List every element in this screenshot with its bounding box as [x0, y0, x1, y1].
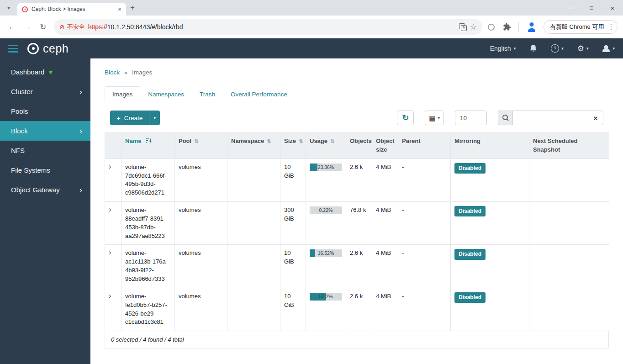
sidebar-item-label: NFS: [11, 147, 25, 154]
search-input[interactable]: [512, 111, 588, 125]
new-tab-button[interactable]: +: [126, 1, 139, 14]
tab-bar: Images Namespaces Trash Overall Performa…: [105, 86, 609, 102]
ceph-brand[interactable]: ceph: [27, 42, 69, 55]
col-header-usage[interactable]: Usage⇅: [306, 133, 346, 159]
cell-parent: -: [398, 158, 451, 201]
col-header-parent[interactable]: Parent: [398, 133, 451, 159]
user-icon: [602, 44, 610, 53]
help-dropdown[interactable]: ? ▾: [551, 44, 564, 53]
window-maximize-button[interactable]: □: [581, 0, 602, 16]
expand-row-icon[interactable]: ›: [109, 292, 111, 300]
sort-active-icon: [146, 138, 152, 143]
sidebar-item-label: Cluster: [11, 88, 33, 95]
col-header-next-scheduled-snapshot[interactable]: Next Scheduled Snapshot: [529, 133, 609, 159]
table-row[interactable]: › volume-fe1d0b57-b257-4526-be29-c1cabd1…: [105, 288, 609, 331]
cell-pool: volumes: [175, 202, 227, 245]
table-header-row: Name Pool⇅ Namespace⇅ Size⇅ Usage⇅ Objec…: [105, 133, 609, 159]
cell-next-snapshot: [529, 202, 609, 245]
language-label: English: [490, 45, 511, 52]
tab-overall-performance[interactable]: Overall Performance: [223, 86, 295, 102]
ceph-navbar: ceph English ▾ ? ▾ ⚙ ▾ ▾: [0, 38, 623, 58]
back-button[interactable]: ←: [5, 20, 19, 34]
sidebar-item-dashboard[interactable]: Dashboard ♥: [0, 62, 90, 82]
tab-close-icon[interactable]: ×: [118, 6, 121, 12]
user-dropdown[interactable]: ▾: [602, 44, 615, 53]
breadcrumb-block-link[interactable]: Block: [105, 69, 120, 76]
page-size-input[interactable]: [455, 111, 487, 125]
cell-object-size: 4 MiB: [372, 245, 398, 288]
window-close-button[interactable]: ×: [602, 0, 623, 16]
create-dropdown-button[interactable]: ▾: [149, 111, 160, 125]
cell-mirroring: Disabled: [451, 158, 529, 201]
forward-button[interactable]: →: [20, 20, 35, 34]
sidebar-item-object-gateway[interactable]: Object Gateway ›: [0, 180, 90, 200]
breadcrumb-separator: »: [124, 69, 128, 76]
bookmark-star-icon[interactable]: ☆: [470, 23, 477, 31]
cell-objects: 2.6 k: [346, 245, 372, 288]
tab-list-chevron-icon[interactable]: ▾: [3, 2, 15, 14]
window-minimize-button[interactable]: —: [560, 0, 581, 16]
col-header-size[interactable]: Size⇅: [280, 133, 306, 159]
notifications-bell-button[interactable]: [529, 44, 537, 53]
refresh-button[interactable]: ↻: [397, 111, 414, 125]
usage-bar: 50.2%: [310, 293, 342, 301]
clear-search-button[interactable]: ×: [588, 111, 603, 125]
table-row[interactable]: › volume-88eadff7-8391-453b-87db-aa297ae…: [105, 202, 609, 245]
browser-menu-icon[interactable]: ⋮: [607, 23, 614, 31]
sort-icon: ⇅: [299, 138, 303, 144]
sort-icon: ⇅: [194, 138, 198, 144]
cell-size: 300 GiB: [280, 202, 306, 245]
tab-namespaces[interactable]: Namespaces: [140, 86, 192, 102]
table-row[interactable]: › volume-7dc69dc1-666f-495b-9d3d-c98506d…: [105, 158, 609, 201]
cell-next-snapshot: [529, 245, 609, 288]
search-icon: [502, 115, 509, 121]
mirroring-status-badge: Disabled: [454, 292, 486, 303]
expand-row-icon[interactable]: ›: [109, 163, 111, 170]
col-header-name[interactable]: Name: [121, 133, 175, 159]
col-header-object-size[interactable]: Object size: [372, 133, 398, 159]
create-button[interactable]: + Create: [110, 111, 149, 125]
breadcrumb-current: Images: [132, 69, 152, 76]
cell-parent: -: [398, 288, 451, 331]
profile-avatar-icon[interactable]: [526, 21, 537, 32]
sidebar-item-pools[interactable]: Pools: [0, 101, 90, 121]
expand-column-header: [105, 133, 121, 159]
reload-button[interactable]: ↻: [36, 20, 50, 34]
col-header-pool[interactable]: Pool⇅: [175, 133, 227, 159]
expand-row-icon[interactable]: ›: [109, 206, 111, 213]
sidebar-item-file-systems[interactable]: File Systems: [0, 160, 90, 180]
sidebar-item-block[interactable]: Block ›: [0, 121, 90, 141]
browser-tab[interactable]: Ceph: Block > Images ×: [17, 3, 126, 16]
chrome-update-chip[interactable]: 有新版 Chrome 可用 ⋮: [544, 20, 618, 34]
hamburger-menu-icon[interactable]: [8, 45, 18, 53]
chevron-down-icon: ▾: [586, 47, 589, 51]
url-bar[interactable]: ⊘ 不安全 https://10.1.2.50:8443/#/block/rbd…: [54, 19, 482, 35]
language-dropdown[interactable]: English ▾: [490, 45, 516, 52]
usage-bar-label: 50.2%: [310, 293, 342, 301]
sidebar-item-label: Block: [11, 127, 28, 135]
sidebar-item-nfs[interactable]: NFS: [0, 141, 90, 160]
extensions-puzzle-icon[interactable]: [503, 23, 511, 31]
col-header-mirroring[interactable]: Mirroring: [451, 133, 529, 159]
col-header-namespace[interactable]: Namespace⇅: [227, 133, 280, 159]
column-toggle-button[interactable]: ▦ ▾: [425, 111, 444, 125]
tab-images[interactable]: Images: [105, 86, 140, 102]
col-header-objects[interactable]: Objects: [346, 133, 372, 159]
cell-object-size: 4 MiB: [372, 158, 398, 201]
settings-dropdown[interactable]: ⚙ ▾: [577, 45, 589, 53]
chevron-right-icon: ›: [79, 127, 82, 135]
sidebar: Dashboard ♥ Cluster › Pools Block › NFS …: [0, 58, 90, 364]
sidebar-item-cluster[interactable]: Cluster ›: [0, 82, 90, 101]
cell-name: volume-88eadff7-8391-453b-87db-aa297ae85…: [121, 202, 175, 245]
circle-icon[interactable]: [488, 24, 495, 31]
translate-icon[interactable]: [459, 23, 467, 31]
cell-name: volume-ac1c113b-176a-4b93-9f22-952b966d7…: [121, 245, 175, 288]
health-heart-icon: ♥: [48, 68, 53, 76]
tab-trash[interactable]: Trash: [192, 86, 223, 102]
table-row[interactable]: › volume-ac1c113b-176a-4b93-9f22-952b966…: [105, 245, 609, 288]
chevron-down-icon: ▾: [514, 47, 516, 51]
cell-pool: volumes: [175, 245, 227, 288]
security-badge[interactable]: ⊘ 不安全: [59, 23, 85, 31]
cell-object-size: 4 MiB: [372, 288, 398, 331]
expand-row-icon[interactable]: ›: [109, 248, 111, 256]
